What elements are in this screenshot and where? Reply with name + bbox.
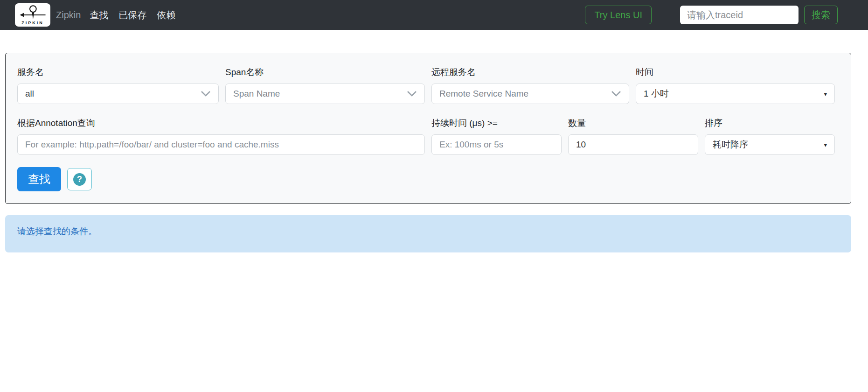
limit-field: 数量 bbox=[568, 118, 698, 155]
search-form-panel: 服务名 all Span名称 Span Name 远程服务名 Remote Se… bbox=[5, 53, 851, 204]
try-lens-ui-button[interactable]: Try Lens UI bbox=[585, 6, 652, 24]
lookback-value: 1 小时 bbox=[644, 88, 669, 100]
duration-label: 持续时间 (μs) >= bbox=[431, 118, 562, 128]
chevron-down-icon bbox=[201, 91, 211, 97]
remote-service-select[interactable]: Remote Service Name bbox=[431, 84, 629, 104]
service-name-field: 服务名 all bbox=[17, 67, 219, 104]
limit-label: 数量 bbox=[568, 118, 698, 128]
lookback-select[interactable]: 1 小时 ▾ bbox=[636, 84, 835, 104]
service-name-value: all bbox=[25, 89, 34, 99]
navbar: ZIPKIN Zipkin 查找 已保存 依赖 Try Lens UI 搜索 bbox=[0, 0, 868, 30]
nav-item-dependencies[interactable]: 依赖 bbox=[152, 9, 181, 21]
form-actions: 查找 ? bbox=[17, 167, 851, 191]
service-name-select[interactable]: all bbox=[17, 84, 219, 104]
duration-input[interactable] bbox=[431, 134, 562, 155]
sort-select[interactable]: 耗时降序 ▾ bbox=[705, 134, 835, 155]
span-name-select[interactable]: Span Name bbox=[225, 84, 425, 104]
remote-service-label: 远程服务名 bbox=[431, 67, 629, 77]
remote-service-value: Remote Service Name bbox=[439, 89, 528, 99]
traceid-search-button[interactable]: 搜索 bbox=[804, 6, 838, 24]
traceid-input[interactable] bbox=[680, 6, 799, 24]
span-name-field: Span名称 Span Name bbox=[225, 67, 425, 104]
form-row-1: 服务名 all Span名称 Span Name 远程服务名 Remote Se… bbox=[17, 67, 851, 104]
service-name-label: 服务名 bbox=[17, 67, 219, 77]
duration-field: 持续时间 (μs) >= bbox=[431, 118, 562, 155]
annotation-query-label: 根据Annotation查询 bbox=[17, 118, 425, 128]
brand-title[interactable]: Zipkin bbox=[56, 10, 81, 21]
sort-label: 排序 bbox=[705, 118, 835, 128]
chevron-down-icon bbox=[407, 91, 417, 97]
dropdown-arrow-icon: ▾ bbox=[824, 91, 827, 98]
nav-item-find[interactable]: 查找 bbox=[84, 9, 113, 21]
dropdown-arrow-icon: ▾ bbox=[824, 141, 827, 148]
zipkin-logo-icon[interactable]: ZIPKIN bbox=[15, 3, 50, 27]
nav-item-saved[interactable]: 已保存 bbox=[113, 9, 152, 21]
span-name-label: Span名称 bbox=[225, 67, 425, 77]
lookback-label: 时间 bbox=[636, 67, 835, 77]
sort-value: 耗时降序 bbox=[713, 139, 748, 151]
annotation-query-input[interactable] bbox=[17, 134, 425, 155]
help-button[interactable]: ? bbox=[67, 168, 92, 190]
form-row-2: 根据Annotation查询 持续时间 (μs) >= 数量 排序 耗时降序 ▾ bbox=[17, 118, 851, 155]
sort-field: 排序 耗时降序 ▾ bbox=[705, 118, 835, 155]
question-circle-icon: ? bbox=[73, 173, 86, 186]
info-alert-message: 请选择查找的条件。 bbox=[17, 226, 97, 236]
navbar-right: Try Lens UI 搜索 bbox=[585, 6, 838, 24]
lookback-field: 时间 1 小时 ▾ bbox=[636, 67, 835, 104]
chevron-down-icon bbox=[611, 91, 621, 97]
zipkin-pin-icon: ZIPKIN bbox=[18, 5, 47, 25]
span-name-value: Span Name bbox=[233, 89, 280, 99]
svg-text:ZIPKIN: ZIPKIN bbox=[21, 21, 44, 25]
limit-input[interactable] bbox=[568, 134, 698, 155]
find-button[interactable]: 查找 bbox=[17, 167, 61, 191]
nav-links: 查找 已保存 依赖 bbox=[84, 9, 181, 21]
info-alert: 请选择查找的条件。 bbox=[5, 215, 851, 252]
annotation-query-field: 根据Annotation查询 bbox=[17, 118, 425, 155]
remote-service-field: 远程服务名 Remote Service Name bbox=[431, 67, 629, 104]
